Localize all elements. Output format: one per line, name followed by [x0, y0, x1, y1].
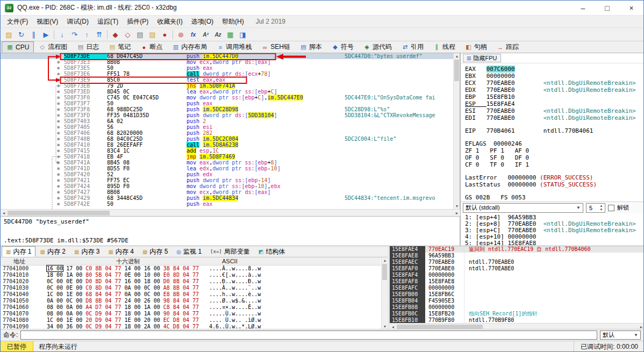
breakpoint-dot[interactable]: ●	[1, 166, 64, 171]
menu-item[interactable]: 插件(P)	[123, 16, 153, 28]
breakpoint-dot[interactable]: ●	[1, 142, 64, 148]
breakpoint-dot[interactable]: ●	[1, 136, 64, 142]
notes-button[interactable]: ▤	[146, 29, 159, 40]
breakpoint-dot[interactable]: ●	[1, 189, 64, 195]
dump-row[interactable]: 770410401C 00 1E 00 68 84 04 77 0A 00 0C…	[1, 291, 381, 298]
tab-graph[interactable]: ◇流程图	[34, 41, 72, 53]
tab-watch-1[interactable]: ◎监视 1	[172, 246, 206, 257]
restart-button[interactable]: ↻	[15, 29, 27, 40]
dump-row[interactable]: 7704106008 00 0A 00 A4 D7 04 77 18 00 1A…	[1, 304, 381, 311]
disasm-hscrollbar[interactable]: ◄ ►	[1, 209, 460, 216]
pause-button[interactable]: ∥	[27, 29, 40, 40]
breakpoint-dot[interactable]: ●	[1, 89, 64, 95]
breakpoint-dot[interactable]: ●	[1, 171, 64, 177]
disasm-row[interactable]: ●5D8F73E550push eax	[1, 65, 460, 71]
notify-button[interactable]: ◨	[237, 29, 249, 40]
stack-row[interactable]: 15E8FAF0770EABE0ntdll.770EABE0	[390, 265, 644, 272]
flags-row[interactable]: GS 002B FS 0053	[465, 194, 644, 201]
scroll-thumb[interactable]	[382, 264, 387, 280]
register-row[interactable]: EDI 770EABE0 <ntdll.DbgUiRemoteBreakin>	[465, 114, 644, 121]
stack-row[interactable]: 15E8FB0015E8FB6C	[390, 291, 644, 298]
menu-item[interactable]: 帮助(H)	[218, 16, 248, 28]
open-file-button[interactable]: ▨	[3, 29, 15, 40]
tab-locals[interactable]: [x=]局部变量	[206, 246, 254, 257]
disasm-row[interactable]: ●5D8F73F868 988DC25Dpush im.5DC28D985DC2…	[1, 106, 460, 112]
cpu-chip-button[interactable]: ▦	[224, 29, 237, 40]
breakpoint-dot[interactable]: ●	[1, 53, 64, 59]
breakpoint-dot[interactable]: ●	[1, 130, 64, 136]
disasm-row[interactable]: ●5D8F742E50push eax	[1, 201, 460, 207]
hide-fpu-button[interactable]: ▥ 隐藏FPU	[463, 54, 501, 62]
breakpoint-dot[interactable]: ●	[1, 148, 64, 154]
disasm-row[interactable]: ●5D8F74036A 02push 2	[1, 118, 460, 124]
stack-rows[interactable]: 15E8FAE4770EAC19返回到 ntdll.770EAC19 自 ntd…	[390, 246, 644, 323]
dump-row[interactable]: 770410500A 00 0C 00 D8 8B 04 77 24 00 26…	[1, 298, 381, 304]
stack-row[interactable]: 15E8FB0800000000	[390, 304, 644, 311]
register-row[interactable]: LastError 00000000 (ERROR_SUCCESS)	[465, 174, 644, 181]
arg-count-stepper[interactable]: 5 ▲▼	[586, 203, 605, 213]
breakpoint-dot[interactable]: ●	[1, 106, 64, 112]
register-row[interactable]: LastStatus 00000000 (STATUS_SUCCESS)	[465, 181, 644, 188]
register-row[interactable]: EDX 770EABE0 <ntdll.DbgUiRemoteBreakin>	[465, 87, 644, 94]
disasm-row[interactable]: ●5D8F73FDFF35 0481D35Dpush dword ptr ds:…	[1, 112, 460, 118]
disasm-row[interactable]: ●5D8F73E38B08mov ecx,dword ptr ds:[eax]	[1, 59, 460, 65]
stack-row[interactable]: 15E8FAF815E8FAE8	[390, 278, 644, 285]
disasm-row[interactable]: ●5D8F742052push edx	[1, 171, 460, 177]
breakpoint-dot[interactable]: ●	[1, 160, 64, 166]
tab-seh[interactable]: ∞SEH链	[256, 41, 295, 53]
disasm-row[interactable]: ●5D8F740B68 04C0C25Dpush im.5DC2C0045DC2…	[1, 136, 460, 142]
case-button[interactable]: Az	[212, 29, 224, 40]
step-out-button[interactable]: ↑	[81, 29, 93, 40]
disasm-row[interactable]: ●5D8F73EB79 2Djns im.5D8F741A	[1, 83, 460, 89]
dump-row[interactable]: 7704100016 00 17 00 C0 8B 04 77 14 00 16…	[1, 265, 381, 272]
disasm-row[interactable]: ●5D8F7410E8 26EEFAFFcall im.5D8A623B	[1, 142, 460, 148]
assembler-button[interactable]: A²	[199, 29, 212, 40]
scroll-up-icon[interactable]: ▲	[454, 53, 460, 59]
calling-convention-select[interactable]: 默认 (stdcall) ▼	[463, 203, 583, 213]
stack-row[interactable]: 15E8FB10770B9F80ntdll.770B9F80	[390, 317, 644, 323]
breakpoint-dot[interactable]: ●	[1, 118, 64, 124]
tab-symbols[interactable]: ◆符号	[327, 41, 359, 53]
register-row[interactable]: ECX 770EABE0 <ntdll.DbgUiRemoteBreakin>	[465, 80, 644, 87]
dump-row[interactable]: 7704101018 00 1A 00 80 5B 04 77 0E 00 10…	[1, 272, 381, 278]
scroll-thumb[interactable]	[454, 60, 459, 81]
breakpoint-dot[interactable]: ●	[1, 124, 64, 130]
scroll-thumb[interactable]	[8, 211, 110, 215]
menu-item[interactable]: 收藏夹(I)	[153, 16, 187, 28]
dump-row[interactable]: 770410801C 00 1E 00 20 D9 04 77 1E 00 20…	[1, 317, 381, 324]
flags-row[interactable]: ZF 1 PF 1 AF 0	[465, 147, 644, 154]
disasm-row[interactable]: ●5D8F73DE68 D047C45Dpush im.5DC447D05DC4…	[1, 53, 460, 59]
register-row[interactable]: ESI 770EABE0 <ntdll.DbgUiRemoteBreakin>	[465, 107, 644, 114]
register-row[interactable]: EBP 15E8FB10	[465, 94, 644, 100]
disasm-vscrollbar[interactable]: ▲ ▼	[453, 53, 460, 209]
tab-dump-1[interactable]: ▦内存 1	[2, 246, 35, 257]
run-to-return-button[interactable]: ⇈	[93, 29, 105, 40]
unlock-checkbox[interactable]	[608, 205, 614, 211]
tab-cpu[interactable]: ▦CPU	[2, 41, 34, 53]
breakpoint-dot[interactable]: ●	[1, 177, 64, 183]
flags-row[interactable]: CF 0 TF 0 IF 1	[465, 161, 644, 168]
tab-trace[interactable]: →跟踪	[492, 41, 524, 53]
breakpoint-dot[interactable]: ●	[1, 71, 64, 77]
breakpoint-dot[interactable]: ●	[1, 112, 64, 118]
settings-button[interactable]: ⊛	[175, 29, 187, 40]
menu-item[interactable]: 视图(V)	[32, 16, 62, 28]
tab-breakpoints[interactable]: ●断点	[135, 41, 167, 53]
menu-item[interactable]: 选项(O)	[187, 16, 218, 28]
breakpoint-dot[interactable]: ●	[1, 95, 64, 100]
step-over-button[interactable]: ↷	[68, 29, 81, 40]
breakpoint-dot[interactable]: ●	[1, 201, 64, 207]
tab-notes[interactable]: ▤笔记	[104, 41, 135, 53]
disasm-row[interactable]: ●5D8F742968 3448C45Dpush im.5DC448345DC4…	[1, 195, 460, 201]
disasm-row[interactable]: ●5D8F741D8D55 F0lea edx,dword ptr ss:[eb…	[1, 166, 460, 171]
tab-source[interactable]: ◈源代码	[359, 41, 397, 53]
disasm-row[interactable]: ●5D8F7421FF75 ECpush dword ptr ss:[ebp-1…	[1, 177, 460, 183]
maximize-button[interactable]: □	[595, 1, 619, 15]
log-button[interactable]: ▤	[134, 29, 146, 40]
breakpoint-dot[interactable]: ●	[1, 83, 64, 89]
register-row[interactable]: EFLAGS 00000246	[465, 140, 644, 147]
dump-row[interactable]: 770410200C 00 0E 00 D0 8D 04 77 16 00 18…	[1, 278, 381, 285]
dump-row[interactable]: 7704107008 00 0A 00 0C D9 04 77 18 00 1A…	[1, 311, 381, 317]
command-mode-select[interactable]: 默认 ▼	[600, 331, 641, 340]
disasm-row[interactable]: ●5D8F73ED8D45 0Clea eax,dword ptr ss:[eb…	[1, 89, 460, 95]
